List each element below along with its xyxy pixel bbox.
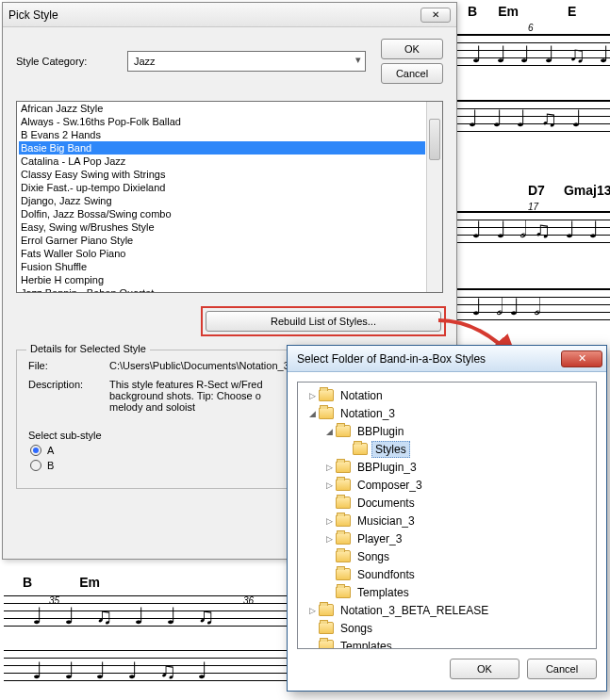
folder-icon bbox=[319, 622, 334, 634]
list-item[interactable]: Dixie Fast.- up-tempo Dixieland bbox=[19, 181, 425, 194]
tree-node[interactable]: ◢Notation_3 bbox=[298, 404, 596, 422]
folder-ok-button[interactable]: OK bbox=[450, 659, 519, 679]
folder-icon bbox=[336, 479, 351, 491]
tree-label: BBPlugin_3 bbox=[354, 460, 420, 475]
measure-number: 17 bbox=[528, 202, 538, 212]
ok-button[interactable]: OK bbox=[381, 39, 443, 59]
chord: Em bbox=[498, 4, 519, 19]
select-folder-dialog: Select Folder of Band-in-a-Box Styles ✕ … bbox=[287, 345, 607, 692]
select-folder-titlebar[interactable]: Select Folder of Band-in-a-Box Styles ✕ bbox=[288, 346, 606, 372]
expander-icon[interactable]: ▷ bbox=[322, 516, 336, 526]
close-icon[interactable]: ✕ bbox=[420, 8, 451, 23]
chord: B bbox=[468, 4, 477, 19]
tree-node[interactable]: ▷BBPlugin_3 bbox=[298, 458, 596, 476]
folder-icon bbox=[353, 443, 368, 455]
tree-node[interactable]: Documents bbox=[298, 494, 596, 512]
tree-node[interactable]: ▷Composer_3 bbox=[298, 476, 596, 494]
dialog-title: Pick Style bbox=[8, 8, 420, 22]
tree-label: Notation bbox=[338, 388, 386, 403]
list-item[interactable]: Jazz Boppin - Bebop Quartet bbox=[19, 286, 425, 293]
expander-icon[interactable]: ▷ bbox=[322, 534, 336, 544]
music-notes: ♩ ♩ ♩ ♩ ♫ ♩ bbox=[32, 658, 215, 684]
substyle-b-label: B bbox=[47, 460, 54, 471]
expander-icon[interactable]: ▷ bbox=[305, 606, 319, 615]
list-item[interactable]: Basie Big Band bbox=[19, 141, 425, 155]
folder-dialog-title: Select Folder of Band-in-a-Box Styles bbox=[297, 352, 561, 366]
folder-icon bbox=[319, 389, 334, 401]
close-icon[interactable]: ✕ bbox=[561, 350, 602, 367]
tree-label: Songs bbox=[354, 549, 392, 564]
list-item[interactable]: Errol Garner Piano Style bbox=[19, 234, 425, 247]
list-item[interactable]: Dolfin, Jazz Bossa/Swing combo bbox=[19, 207, 425, 220]
expander-icon[interactable]: ▷ bbox=[322, 480, 336, 490]
tree-label: Templates bbox=[338, 639, 395, 650]
file-label: File: bbox=[28, 360, 100, 371]
list-item[interactable]: Catalina - LA Pop Jazz bbox=[19, 155, 425, 168]
measure-number: 6 bbox=[528, 23, 534, 33]
tree-label: Documents bbox=[354, 496, 418, 511]
scroll-thumb[interactable] bbox=[429, 119, 440, 160]
tree-node[interactable]: Songs bbox=[298, 547, 596, 565]
chord: B bbox=[23, 575, 32, 590]
folder-icon bbox=[336, 461, 351, 473]
tree-label: Notation_3_BETA_RELEASE bbox=[338, 603, 491, 618]
music-notes: ♩ 𝅗𝅥 ♩ 𝅗𝅥 bbox=[471, 294, 537, 320]
list-item[interactable]: African Jazz Style bbox=[19, 102, 425, 115]
folder-icon bbox=[336, 550, 351, 562]
expander-icon[interactable]: ◢ bbox=[322, 427, 336, 436]
chord: Em bbox=[79, 575, 100, 590]
list-item[interactable]: Easy, Swing w/Brushes Style bbox=[19, 220, 425, 234]
scrollbar[interactable]: ▲ ▼ bbox=[426, 102, 442, 292]
style-category-label: Style Category: bbox=[16, 56, 120, 67]
list-item[interactable]: Always - Sw.16ths Pop-Folk Ballad bbox=[19, 115, 425, 128]
chord: Gmaj13 bbox=[564, 183, 610, 198]
tree-node[interactable]: ▷Notation bbox=[298, 386, 596, 404]
folder-icon bbox=[319, 604, 334, 616]
folder-icon bbox=[319, 640, 334, 649]
styles-listbox[interactable]: African Jazz StyleAlways - Sw.16ths Pop-… bbox=[16, 101, 443, 293]
expander-icon[interactable]: ▷ bbox=[305, 391, 319, 400]
cancel-button[interactable]: Cancel bbox=[381, 63, 443, 84]
tree-node[interactable]: Styles bbox=[298, 440, 596, 458]
tree-node[interactable]: ▷Musician_3 bbox=[298, 512, 596, 529]
expander-icon[interactable]: ◢ bbox=[305, 409, 319, 418]
details-legend: Details for Selected Style bbox=[26, 343, 150, 354]
rebuild-list-button[interactable]: Rebuild List of Styles... bbox=[206, 311, 441, 332]
pick-style-titlebar[interactable]: Pick Style ✕ bbox=[3, 3, 456, 27]
tree-node[interactable]: Templates bbox=[298, 637, 596, 649]
tree-node[interactable]: ◢BBPlugin bbox=[298, 422, 596, 440]
folder-icon bbox=[336, 514, 351, 527]
folder-cancel-button[interactable]: Cancel bbox=[527, 659, 597, 679]
folder-icon bbox=[336, 586, 351, 598]
music-notes: ♩ ♩ 𝅗𝅥 ♫ ♩ ♩ 𝅗𝅥 bbox=[471, 217, 610, 243]
list-item[interactable]: Django, Jazz Swing bbox=[19, 194, 425, 207]
description-label: Description: bbox=[28, 379, 100, 413]
style-category-combo[interactable]: Jazz bbox=[127, 51, 366, 72]
list-item[interactable]: Fats Waller Solo Piano bbox=[19, 247, 425, 260]
list-item[interactable]: B Evans 2 Hands bbox=[19, 128, 425, 141]
tree-node[interactable]: ▷Notation_3_BETA_RELEASE bbox=[298, 601, 596, 619]
tree-node[interactable]: Templates bbox=[298, 583, 596, 601]
tree-node[interactable]: ▷Player_3 bbox=[298, 529, 596, 547]
folder-icon bbox=[336, 568, 351, 580]
tree-node[interactable]: Soundfonts bbox=[298, 565, 596, 583]
list-item[interactable]: Classy Easy Swing with Strings bbox=[19, 168, 425, 181]
tree-label: BBPlugin bbox=[354, 424, 406, 439]
folder-icon bbox=[336, 497, 351, 509]
tree-node[interactable]: Songs bbox=[298, 619, 596, 637]
tree-label: Player_3 bbox=[354, 531, 404, 546]
tree-label: Templates bbox=[354, 585, 412, 600]
chord: D7 bbox=[528, 183, 545, 198]
radio-icon bbox=[30, 460, 41, 471]
tree-label: Styles bbox=[371, 441, 410, 458]
rebuild-highlight: Rebuild List of Styles... bbox=[201, 306, 446, 336]
list-item[interactable]: Fusion Shuffle bbox=[19, 260, 425, 273]
folder-icon bbox=[319, 407, 334, 419]
chord: E bbox=[568, 4, 576, 19]
expander-icon[interactable]: ▷ bbox=[322, 463, 336, 472]
substyle-legend: Select sub-style bbox=[28, 430, 102, 441]
list-item[interactable]: Herbie H comping bbox=[19, 273, 425, 286]
tree-label: Notation_3 bbox=[338, 406, 398, 421]
tree-label: Songs bbox=[338, 621, 375, 636]
folder-tree[interactable]: ▷Notation◢Notation_3◢BBPlugin Styles▷BBP… bbox=[297, 382, 597, 649]
